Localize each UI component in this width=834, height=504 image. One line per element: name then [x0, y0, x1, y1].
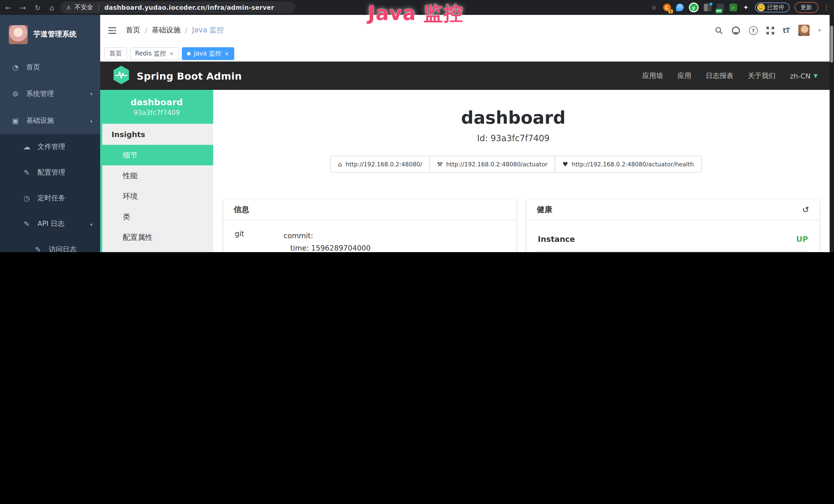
search-icon[interactable] — [715, 26, 723, 34]
close-tab-icon[interactable]: × — [224, 50, 229, 57]
bookmark-star-icon[interactable]: ☆ — [650, 4, 658, 11]
instance-links: ⌂ http://192.168.0.2:48080/ ⚒ http://192… — [331, 156, 701, 173]
sidebar-item-api-logs[interactable]: ✎ API 日志 ▴ — [0, 211, 100, 237]
chevron-down-icon: ▾ — [90, 91, 92, 96]
extensions-puzzle-icon[interactable]: ✦ — [742, 4, 750, 11]
tab-label: Java 监控 — [194, 49, 221, 58]
breadcrumb-current: Java 监控 — [192, 26, 224, 35]
profile-emoji-icon: ☺ — [757, 4, 765, 11]
sba-menu-metrics[interactable]: 性能 — [102, 165, 213, 186]
user-caret-down-icon[interactable]: ▾ — [818, 28, 821, 33]
instance-header[interactable]: dashboard 93a3fc7f7409 — [100, 90, 213, 124]
service-url-link[interactable]: ⌂ http://192.168.0.2:48080/ — [330, 156, 430, 173]
extension-grid-icon[interactable] — [704, 4, 711, 11]
health-url-link[interactable]: ♥ http://192.168.0.2:48080/actuator/heal… — [555, 156, 701, 173]
insights-group: Insights 细节 性能 环境 类 配置属性 计划任务 — [100, 124, 213, 252]
chrome-update-button[interactable]: 更新 — [794, 2, 818, 13]
sba-nav-wallboard[interactable]: 应用墙 — [642, 71, 663, 81]
instance-id-line: Id: 93a3fc7f7409 — [213, 134, 813, 143]
sba-instance-sidebar: dashboard 93a3fc7f7409 Insights 细节 性能 环境… — [100, 90, 213, 252]
address-bar[interactable]: ⚠ 不安全 | dashboard.yudao.iocoder.cn/infra… — [60, 2, 295, 13]
sba-menu-scheduled-tasks[interactable]: 计划任务 — [102, 248, 213, 252]
sidebar-item-file-mgmt[interactable]: ☁ 文件管理 — [0, 134, 100, 160]
breadcrumb: 首页 / 基础设施 / Java 监控 — [126, 26, 224, 35]
scrollbar-thumb[interactable] — [830, 26, 833, 63]
app-logo-row[interactable]: 芋道管理系统 — [0, 15, 100, 54]
reload-icon[interactable]: ↻ — [35, 3, 41, 12]
breadcrumb-home[interactable]: 首页 — [126, 26, 140, 35]
fullscreen-icon[interactable] — [766, 26, 774, 34]
github-icon[interactable] — [731, 26, 740, 35]
health-status-badge: UP — [796, 235, 808, 244]
sidebar-item-infrastructure[interactable]: ▣ 基础设施 ▴ — [0, 107, 100, 134]
sidebar-item-access-logs[interactable]: ✎ 访问日志 — [0, 237, 100, 252]
sba-menu-details[interactable]: 细节 — [100, 145, 213, 165]
not-secure-warning-icon: ⚠ — [66, 5, 71, 10]
extension-colorzilla-icon[interactable]: C1 — [663, 4, 671, 11]
extension-magnifier-icon[interactable]: ⌕ — [729, 4, 737, 11]
sba-header: Spring Boot Admin 应用墙 应用 日志报表 关于我们 zh-CN… — [100, 62, 834, 90]
info-value: commit: time: 1596289704000 id: 27aa832 … — [284, 230, 371, 252]
app-header: 首页 / 基础设施 / Java 监控 ? — [100, 15, 834, 46]
info-card-title: 信息 — [223, 199, 516, 220]
sidebar-item-label: 配置管理 — [38, 168, 65, 177]
breadcrumb-infrastructure[interactable]: 基础设施 — [152, 26, 180, 35]
user-avatar[interactable] — [798, 25, 810, 36]
sba-menu-config-props[interactable]: 配置属性 — [102, 227, 213, 248]
tab-java-monitor[interactable]: Java 监控 × — [182, 47, 234, 60]
sidebar-item-scheduled-jobs[interactable]: ◷ 定时任务 — [0, 185, 100, 211]
tab-home[interactable]: 首页 — [104, 47, 127, 60]
sidebar-item-config-mgmt[interactable]: ✎ 配置管理 — [0, 160, 100, 185]
sidebar-item-label: 基础设施 — [26, 116, 54, 125]
page-scrollbar[interactable] — [829, 15, 834, 252]
back-icon[interactable]: ← — [5, 3, 11, 12]
url-text[interactable]: dashboard.yudao.iocoder.cn/infra/admin-s… — [104, 4, 274, 11]
sba-nav-applications[interactable]: 应用 — [678, 71, 692, 81]
infrastructure-submenu: ☁ 文件管理 ✎ 配置管理 ◷ 定时任务 ✎ API 日志 ▴ ✎ — [0, 134, 100, 252]
font-size-icon[interactable]: tT — [783, 26, 790, 34]
health-instance-row[interactable]: Instance UP — [527, 220, 819, 244]
git-time-line: time: 1596289704000 — [284, 242, 371, 252]
info-card: 信息 git commit: time: 1596289704000 id: 2… — [223, 199, 516, 252]
profile-paused-pill[interactable]: ☺ 已暂停 — [755, 3, 789, 12]
tab-label: 首页 — [109, 49, 122, 58]
main-area: 首页 / 基础设施 / Java 监控 ? — [100, 15, 834, 252]
help-icon[interactable]: ? — [749, 26, 758, 35]
forward-icon[interactable]: → — [20, 3, 26, 12]
sba-nav-journal[interactable]: 日志报表 — [706, 71, 733, 81]
home-icon[interactable]: ⌂ — [49, 3, 54, 12]
sidebar-item-home[interactable]: ◔ 首页 — [0, 54, 100, 81]
info-row: git commit: time: 1596289704000 id: 27aa… — [223, 220, 516, 252]
browser-menu-icon[interactable]: ⋮ — [823, 4, 830, 11]
info-key: git — [235, 230, 284, 252]
link-url: http://192.168.0.2:48080/actuator — [446, 160, 548, 168]
infrastructure-icon: ▣ — [11, 117, 20, 125]
sba-menu-environment[interactable]: 环境 — [102, 186, 213, 206]
health-history-icon[interactable]: ↺ — [802, 205, 809, 214]
paused-label: 已暂停 — [767, 4, 784, 11]
cloud-upload-icon: ☁ — [23, 143, 31, 151]
sba-locale-select[interactable]: zh-CN ▼ — [790, 72, 818, 80]
extension-pin-icon[interactable] — [676, 4, 683, 11]
instance-id: 93a3fc7f7409 — [134, 109, 180, 117]
tab-redis-monitor[interactable]: Redis 监控 × — [130, 47, 179, 60]
sidebar-item-system-mgmt[interactable]: ⚙ 系统管理 ▾ — [0, 81, 100, 107]
link-url: http://192.168.0.2:48080/ — [346, 160, 422, 168]
wrench-icon: ⚒ — [437, 160, 443, 168]
sba-nav-about[interactable]: 关于我们 — [748, 71, 776, 81]
tab-label: Redis 监控 — [135, 49, 166, 58]
admin-sidebar: 芋道管理系统 ◔ 首页 ⚙ 系统管理 ▾ ▣ 基础设施 ▴ ☁ 文件管理 — [0, 15, 100, 252]
extension-y-icon[interactable]: y — [688, 3, 698, 12]
collapse-sidebar-icon[interactable] — [100, 26, 121, 34]
extension-switch-icon[interactable]: on — [716, 4, 724, 11]
sba-brand[interactable]: Spring Boot Admin — [137, 70, 242, 82]
browser-nav: ← → ↻ ⌂ — [0, 3, 60, 12]
actuator-url-link[interactable]: ⚒ http://192.168.0.2:48080/actuator — [429, 156, 555, 173]
locale-caret-down-icon: ▼ — [814, 73, 817, 78]
app-title: 芋道管理系统 — [34, 30, 76, 39]
sba-menu-classes[interactable]: 类 — [102, 206, 213, 227]
close-tab-icon[interactable]: × — [169, 50, 174, 57]
chevron-up-icon: ▴ — [90, 118, 92, 123]
spring-boot-admin: Spring Boot Admin 应用墙 应用 日志报表 关于我们 zh-CN… — [100, 62, 834, 252]
tab-bar: 首页 Redis 监控 × Java 监控 × — [100, 46, 834, 62]
